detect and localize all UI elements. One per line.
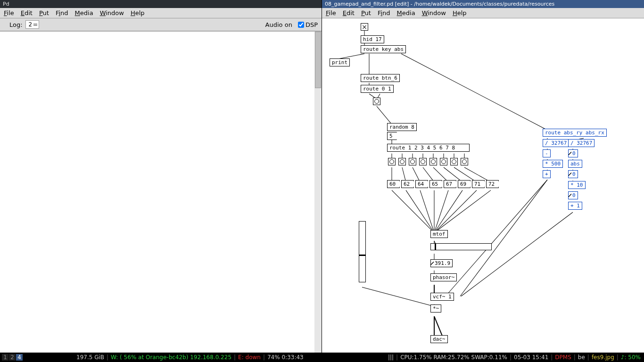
- menu-find[interactable]: Find: [378, 9, 390, 16]
- msg-note-69[interactable]: 69: [458, 180, 471, 188]
- obj-plus-1[interactable]: + 1: [568, 202, 582, 210]
- obj-plus-freq[interactable]: +: [543, 170, 551, 178]
- menu-find[interactable]: Find: [56, 9, 68, 16]
- pd-main-window: Pd File Edit Put Find Media Window Help …: [0, 0, 322, 353]
- menu-media[interactable]: Media: [397, 9, 415, 16]
- bang-7[interactable]: [450, 158, 458, 165]
- obj-abs[interactable]: abs: [568, 160, 582, 168]
- status-kb-layout: be: [577, 354, 586, 361]
- menubar-right: File Edit Put Find Media Window Help: [322, 8, 644, 18]
- obj-route-btn6[interactable]: route btn_6: [361, 74, 400, 82]
- numbox-zero2[interactable]: 0: [568, 170, 578, 178]
- menu-help[interactable]: Help: [131, 9, 145, 16]
- obj-mtof[interactable]: mtof: [430, 230, 448, 238]
- numbox-freq[interactable]: 391.9: [430, 259, 453, 267]
- svg-line-20: [402, 167, 406, 182]
- vslider-volume[interactable]: [359, 221, 366, 282]
- status-wifi: W: ( 56% at Orange-bc42b) 192.168.0.225: [109, 354, 233, 361]
- obj-mul-500[interactable]: * 500: [543, 160, 563, 168]
- bang-8[interactable]: [461, 158, 468, 165]
- svg-line-42: [362, 287, 441, 308]
- svg-line-52: [446, 180, 547, 296]
- bang-4[interactable]: [419, 158, 427, 165]
- menu-edit[interactable]: Edit: [21, 9, 33, 16]
- obj-print[interactable]: print: [330, 58, 350, 66]
- patch-canvas[interactable]: hid 17 route key abs print route btn_6 r…: [322, 18, 644, 353]
- menu-window[interactable]: Window: [100, 9, 124, 16]
- scrollbar-left[interactable]: [314, 32, 322, 353]
- msg-note-72[interactable]: 72: [486, 180, 499, 188]
- numbox-zero3[interactable]: 0: [568, 191, 578, 199]
- svg-line-29: [420, 190, 434, 233]
- svg-line-33: [434, 190, 477, 233]
- workspace-4[interactable]: 4: [16, 354, 23, 361]
- pd-toolbar: Log: 2 Audio on DSP: [0, 18, 322, 31]
- obj-div-32767-r[interactable]: / 32767: [568, 139, 594, 147]
- workspace-1[interactable]: 1: [2, 354, 8, 361]
- obj-dac[interactable]: dac~: [430, 335, 448, 343]
- svg-line-26: [464, 167, 491, 182]
- bang-3[interactable]: [409, 158, 416, 165]
- pd-console-canvas: [0, 31, 322, 353]
- status-wallpaper: fes9.jpg: [590, 354, 616, 361]
- titlebar-left[interactable]: Pd: [0, 0, 322, 8]
- svg-line-53: [460, 180, 547, 296]
- obj-route-abs-ry-rx[interactable]: route abs_ry abs_rx: [543, 129, 607, 137]
- obj-random-8[interactable]: random 8: [387, 123, 417, 131]
- hslider-freq[interactable]: [430, 243, 492, 250]
- msg-note-71[interactable]: 71: [472, 180, 485, 188]
- svg-line-8: [377, 106, 392, 124]
- status-eth: E: down: [237, 354, 262, 361]
- bang-trigger[interactable]: [373, 98, 380, 105]
- menu-put[interactable]: Put: [361, 9, 371, 16]
- titlebar-right[interactable]: 08_gamepad_and_filter.pd [edit] - /home/…: [322, 0, 644, 8]
- pd-patch-window: 08_gamepad_and_filter.pd [edit] - /home/…: [322, 0, 644, 353]
- obj-route-key-abs[interactable]: route key abs: [361, 45, 406, 53]
- svg-line-4: [401, 54, 547, 130]
- msg-note-60[interactable]: 60: [387, 180, 400, 188]
- svg-line-34: [434, 190, 491, 233]
- dsp-checkbox[interactable]: DSP: [298, 21, 318, 28]
- msg-note-62[interactable]: 62: [401, 180, 414, 188]
- status-volume: ♪: 50%: [619, 354, 642, 361]
- msg-note-65[interactable]: 65: [429, 180, 442, 188]
- menu-put[interactable]: Put: [39, 9, 49, 16]
- log-label: Log:: [9, 21, 23, 28]
- obj-mult-sig[interactable]: *~: [430, 304, 441, 313]
- bang-2[interactable]: [398, 158, 406, 165]
- status-dpms: DPMS: [553, 354, 572, 361]
- toggle-hid-on[interactable]: [361, 23, 368, 31]
- obj-minus[interactable]: -: [543, 149, 551, 157]
- obj-route-0-1[interactable]: route 0 1: [361, 85, 394, 93]
- svg-line-24: [444, 167, 462, 182]
- obj-phasor[interactable]: phasor~: [430, 273, 457, 281]
- log-level-stepper[interactable]: 2: [25, 20, 40, 29]
- obj-hid[interactable]: hid 17: [361, 35, 384, 43]
- bang-6[interactable]: [440, 158, 447, 165]
- obj-vcf[interactable]: vcf~ 1: [430, 293, 454, 301]
- msg-note-67[interactable]: 67: [444, 180, 456, 188]
- menu-help[interactable]: Help: [453, 9, 467, 16]
- status-battery: 74% 0:33:43: [266, 354, 305, 361]
- bang-1[interactable]: [388, 158, 396, 165]
- msg-note-64[interactable]: 64: [415, 180, 428, 188]
- obj-div-32767-l[interactable]: / 32767: [543, 139, 569, 147]
- svg-line-23: [433, 167, 448, 182]
- svg-line-32: [434, 190, 462, 233]
- obj-mul-10[interactable]: * 10: [568, 181, 586, 189]
- numbox-zero1[interactable]: 0: [568, 149, 578, 157]
- menu-media[interactable]: Media: [75, 9, 93, 16]
- status-disk: 197.5 GiB: [75, 354, 106, 361]
- svg-line-21: [413, 167, 420, 182]
- msg-5[interactable]: 5: [387, 132, 397, 140]
- svg-line-22: [423, 167, 434, 182]
- bang-5[interactable]: [429, 158, 437, 165]
- workspace-2[interactable]: 2: [9, 354, 16, 361]
- menu-file[interactable]: File: [326, 9, 336, 16]
- menu-window[interactable]: Window: [422, 9, 446, 16]
- menu-file[interactable]: File: [4, 9, 14, 16]
- menu-edit[interactable]: Edit: [343, 9, 355, 16]
- obj-route-1-8[interactable]: route 1 2 3 4 5 6 7 8: [387, 144, 470, 152]
- svg-line-27: [392, 190, 434, 233]
- svg-line-28: [406, 190, 434, 233]
